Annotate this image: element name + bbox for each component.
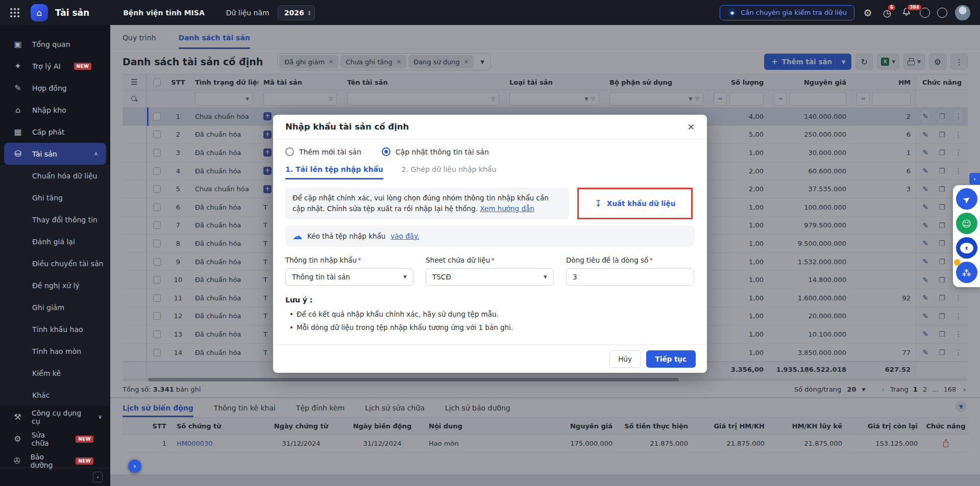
expert-check-button[interactable]: ◉ Cần chuyên gia kiểm tra dữ liệu	[720, 5, 854, 20]
modal-title: Nhập khẩu tài sản cố định	[285, 122, 409, 132]
floating-action-panel: ➤ ☺ ᴥ ⁂	[953, 185, 980, 287]
sidebar-subitem[interactable]: Kiểm kê	[0, 362, 110, 384]
continue-button[interactable]: Tiếp tục	[646, 350, 696, 368]
guide-link[interactable]: Xem hướng dẫn	[480, 204, 534, 213]
sheet-select[interactable]: TSCĐ ▼	[426, 268, 554, 286]
import-asset-modal: Nhập khẩu tài sản cố định ✕ Thêm mới tài…	[273, 115, 707, 373]
file-drop-zone[interactable]: ☁↑ Kéo thả tệp nhập khẩu vào đây.	[285, 225, 695, 247]
announcement-icon[interactable]: ➤	[956, 188, 977, 210]
sidebar-item-icon: ▦	[12, 127, 23, 137]
sidebar-subitem[interactable]: Đề nghị xử lý	[0, 274, 110, 296]
sidebar-footer: ‹	[0, 468, 110, 486]
app-grid-icon[interactable]	[10, 8, 19, 17]
app-screen: ⌂ Tài sản Bệnh viện tỉnh MISA Dữ liệu nă…	[0, 0, 980, 486]
chevron-down-icon: ▼	[544, 274, 547, 279]
sidebar-subitem[interactable]: Tính khấu hao	[0, 318, 110, 340]
new-badge: NEW	[76, 457, 93, 465]
drop-zone-text: Kéo thả tệp nhập khẩu	[307, 232, 385, 240]
radio-on-icon	[382, 147, 390, 156]
download-icon: ↧	[595, 198, 602, 209]
cloud-upload-icon: ☁↑	[292, 231, 302, 241]
sidebar: ▣ Tổng quan ✦ Trợ lý AI NEW ✎ Hợp đồng ⌂…	[0, 25, 110, 486]
app-logo-icon[interactable]: ⌂	[31, 4, 48, 21]
sidebar-item-label: Sửa chữa	[32, 431, 63, 447]
sidebar-item[interactable]: ✎ Hợp đồng	[0, 77, 110, 99]
update-note: Để cập nhật chính xác, vui lòng chọn đún…	[285, 188, 569, 219]
sidebar-item-tai-san[interactable]: ⛁ Tài sản ∧	[4, 143, 106, 165]
sidebar-item[interactable]: ⚒ Công cụ dụng cụ ∨	[0, 406, 110, 428]
more-options-icon[interactable]: ⋯	[937, 8, 947, 18]
year-value: 2026	[284, 9, 304, 17]
expert-icon: ◉	[727, 8, 737, 17]
sidebar-subitem[interactable]: Thay đổi thông tin	[0, 209, 110, 231]
modal-tab-upload[interactable]: 1. Tải lên tệp nhập khẩu	[285, 165, 383, 180]
sidebar-subitem[interactable]: Tính hao mòn	[0, 340, 110, 362]
organization-name[interactable]: Bệnh viện tỉnh MISA	[123, 9, 205, 17]
notification-badge: 384	[906, 4, 922, 11]
export-data-highlight: ↧ Xuất khẩu dữ liệu	[577, 188, 693, 219]
year-spinner-icon[interactable]: ▲▼	[308, 10, 311, 16]
modal-tab-map[interactable]: 2. Ghép dữ liệu nhập khẩu	[402, 165, 497, 180]
import-info-label: Thông tin nhập khẩu	[285, 256, 357, 264]
app-title: Tài sản	[55, 8, 89, 18]
required-mark: *	[491, 256, 495, 264]
chat-support-icon[interactable]: ☺	[956, 213, 977, 234]
note-bullet: Mỗi dòng dữ liệu trong tệp nhập khẩu tươ…	[285, 323, 695, 331]
sidebar-subitem[interactable]: Chuẩn hóa dữ liệu	[0, 165, 110, 187]
sidebar-subitem[interactable]: Điều chuyển tài sản	[0, 252, 110, 274]
top-header: ⌂ Tài sản Bệnh viện tỉnh MISA Dữ liệu nă…	[0, 0, 980, 25]
modal-header: Nhập khẩu tài sản cố định ✕	[273, 115, 707, 139]
radio-add-new[interactable]: Thêm mới tài sản	[285, 147, 361, 156]
sidebar-item-label: Bảo dưỡng	[30, 453, 62, 469]
sidebar-expand-button[interactable]: ›	[128, 459, 141, 473]
note-bullet: Để có kết quả nhập khẩu chính xác, hãy s…	[285, 310, 695, 318]
sidebar-item-icon: ✎	[12, 83, 23, 93]
radio-update-info[interactable]: Cập nhật thông tin tài sản	[382, 147, 489, 156]
settings-gear-icon[interactable]: ⚙	[862, 7, 874, 18]
close-icon[interactable]: ✕	[688, 122, 695, 132]
cancel-button[interactable]: Hủy	[609, 350, 641, 368]
year-select[interactable]: 2026 ▲▼	[278, 5, 315, 20]
side-panel-expand-icon[interactable]: ›	[969, 173, 980, 185]
header-row-label: Dòng tiêu đề là dòng số	[566, 256, 648, 264]
sidebar-item-label: Công cụ dụng cụ	[32, 409, 89, 425]
sidebar-collapse-icon[interactable]: ‹	[93, 472, 103, 482]
sidebar-subitem[interactable]: Ghi tăng	[0, 187, 110, 209]
sidebar-item[interactable]: ⌂ Nhập kho	[0, 99, 110, 121]
expert-check-label: Cần chuyên gia kiểm tra dữ liệu	[741, 9, 847, 16]
sidebar-item-icon: ⚙	[12, 434, 23, 444]
header-row-number-input[interactable]	[566, 268, 694, 286]
sheet-label: Sheet chứa dữ liệu	[426, 256, 490, 264]
chevron-down-icon: ▼	[403, 274, 407, 279]
sidebar-item-icon: ✇	[12, 456, 21, 466]
sidebar-subitem[interactable]: Đánh giá lại	[0, 231, 110, 252]
timer-badge: 6	[887, 4, 896, 11]
sidebar-subitem[interactable]: Khác	[0, 384, 110, 406]
timer-icon[interactable]: ◷ 6	[881, 7, 893, 18]
notes-title: Lưu ý :	[285, 296, 695, 304]
sidebar-item[interactable]: ▦ Cấp phát	[0, 121, 110, 143]
chevron-up-icon: ∧	[94, 150, 98, 157]
required-mark: *	[358, 256, 361, 264]
notification-bell-icon[interactable]: 384	[900, 7, 913, 18]
sidebar-item-label: Trợ lý AI	[32, 62, 61, 70]
sidebar-subitem[interactable]: Ghi giảm	[0, 296, 110, 318]
new-badge: NEW	[74, 63, 92, 70]
avatar[interactable]	[954, 5, 971, 21]
export-data-button[interactable]: Xuất khẩu dữ liệu	[607, 199, 675, 208]
sidebar-item[interactable]: ▣ Tổng quan	[0, 33, 110, 55]
panda-assistant-icon[interactable]: ᴥ	[956, 237, 977, 259]
notification-dot	[954, 259, 961, 266]
sidebar-item-label: Nhập kho	[32, 106, 66, 114]
sidebar-item[interactable]: ✦ Trợ lý AI NEW	[0, 55, 110, 77]
sidebar-item-label: Hợp đồng	[32, 84, 67, 92]
browse-file-link[interactable]: vào đây.	[390, 232, 419, 240]
import-info-select[interactable]: Thông tin tài sản ▼	[285, 268, 413, 286]
import-info-value: Thông tin tài sản	[292, 273, 350, 281]
radio-add-new-label: Thêm mới tài sản	[299, 148, 361, 156]
radio-off-icon	[285, 147, 294, 156]
sidebar-item-icon: ✦	[12, 61, 23, 71]
chevron-down-icon: ∨	[98, 414, 102, 420]
sidebar-item[interactable]: ⚙ Sửa chữa NEW	[0, 428, 110, 450]
sheet-value: TSCĐ	[432, 273, 451, 281]
